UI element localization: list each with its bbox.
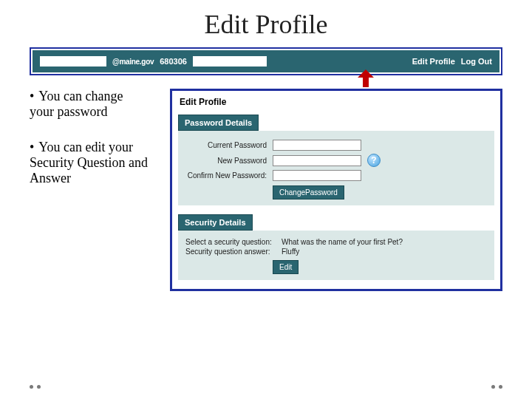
- security-question-label: Select a security question:: [185, 238, 282, 246]
- bullet-text: You can change your password: [30, 89, 123, 119]
- list-item: •You can edit your Security Question and…: [30, 140, 148, 185]
- panel-heading: Edit Profile: [172, 91, 500, 113]
- confirm-password-input[interactable]: [273, 170, 361, 181]
- new-password-label: New Password: [185, 157, 273, 165]
- edit-profile-link[interactable]: Edit Profile: [412, 57, 455, 66]
- account-number: 680306: [160, 57, 187, 66]
- bullet-text: You can edit your Security Question and …: [30, 140, 148, 185]
- header-bar: @maine.gov 680306 Edit Profile Log Out: [33, 50, 499, 72]
- edit-profile-panel: Edit Profile Password Details Current Pa…: [170, 89, 502, 291]
- help-icon[interactable]: ?: [367, 154, 381, 167]
- security-question-value: What was the name of your first Pet?: [282, 238, 403, 246]
- decorative-dots-right: [491, 385, 502, 389]
- email-domain: @maine.gov: [112, 58, 154, 66]
- edit-security-button[interactable]: Edit: [273, 260, 299, 274]
- bullet-list: •You can change your password •You can e…: [30, 89, 148, 291]
- security-answer-label: Security question answer:: [185, 248, 282, 256]
- security-details-header: Security Details: [178, 214, 253, 231]
- redacted-username: [40, 56, 106, 66]
- current-password-label: Current Password: [185, 141, 273, 149]
- header-bar-screenshot: @maine.gov 680306 Edit Profile Log Out: [30, 47, 502, 75]
- current-password-input[interactable]: [273, 140, 361, 151]
- password-form: Current Password New Password ? Confirm …: [178, 131, 494, 205]
- list-item: •You can change your password: [30, 89, 148, 119]
- page-title: Edit Profile: [0, 9, 532, 40]
- security-form: Select a security question: What was the…: [178, 231, 494, 280]
- redacted-field: [193, 56, 267, 66]
- password-details-header: Password Details: [178, 115, 259, 131]
- confirm-password-label: Confirm New Password:: [185, 171, 273, 180]
- logout-link[interactable]: Log Out: [461, 57, 492, 66]
- new-password-input[interactable]: [273, 155, 361, 166]
- change-password-button[interactable]: ChangePassword: [273, 185, 344, 200]
- decorative-dots-left: [30, 385, 41, 389]
- security-answer-value: Fluffy: [282, 248, 299, 256]
- arrow-up-icon: [358, 69, 374, 87]
